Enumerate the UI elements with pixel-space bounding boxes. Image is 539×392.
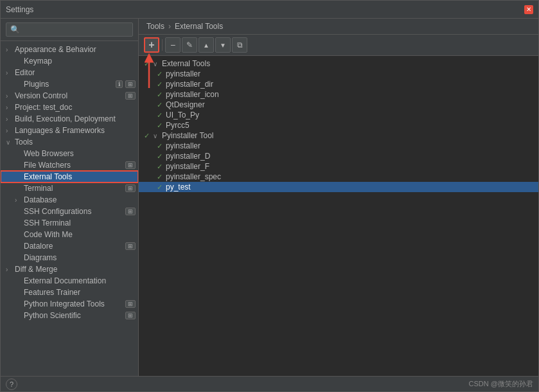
sidebar-item-label: Languages & Frameworks (15, 126, 138, 135)
sidebar-item-tools[interactable]: ∨ Tools (1, 136, 138, 148)
sidebar-item-terminal[interactable]: Terminal ⊞ (1, 183, 138, 194)
sidebar-item-label: Datalore (24, 242, 125, 251)
rtree-item-pyinstaller-dir[interactable]: ✓ pyinstaller_dir (139, 79, 538, 89)
check-icon: ✓ (157, 70, 166, 78)
titlebar: Settings ✕ (1, 1, 538, 19)
sidebar-item-label: Appearance & Behavior (15, 45, 138, 54)
sidebar-item-label: Editor (15, 68, 138, 77)
sidebar-item-vcs[interactable]: › Version Control ⊞ (1, 90, 138, 102)
sidebar-item-features-trainer[interactable]: Features Trainer (1, 287, 138, 298)
sidebar-item-datalore[interactable]: Datalore ⊞ (1, 240, 138, 252)
sidebar-item-ssh-terminal[interactable]: SSH Terminal (1, 217, 138, 229)
sidebar-item-label: Web Browsers (24, 149, 138, 158)
rtree-item-ui-to-py[interactable]: ✓ UI_To_Py (139, 110, 538, 120)
expand-arrow: › (6, 69, 15, 76)
rtree-item-pyinstaller-f[interactable]: ✓ pyinstaller_F (139, 161, 538, 172)
move-down-button[interactable]: ▼ (215, 37, 231, 53)
sidebar-item-file-watchers[interactable]: File Watchers ⊞ (1, 159, 138, 171)
expand-arrow: › (6, 46, 15, 53)
sidebar-item-python-integrated[interactable]: Python Integrated Tools ⊞ (1, 298, 138, 310)
sidebar-item-diff-merge[interactable]: › Diff & Merge (1, 263, 138, 275)
search-input[interactable] (6, 22, 133, 37)
expand-arrow: › (15, 197, 24, 204)
check-icon: ✓ (157, 101, 166, 109)
check-icon: ✓ (157, 183, 166, 192)
sidebar-item-label: Keymap (24, 57, 138, 66)
expand-arrow: › (6, 266, 15, 273)
rtree-item-qtdesigner[interactable]: ✓ QtDesigner (139, 100, 538, 110)
statusbar-left: ? (6, 379, 17, 390)
sidebar-tree: › Appearance & Behavior Keymap › Editor … (1, 41, 138, 376)
sidebar-item-ssh-configurations[interactable]: SSH Configurations ⊞ (1, 206, 138, 217)
datalore-badge: ⊞ (125, 242, 136, 250)
rtree-item-external-tools-group[interactable]: ✓ ∨ External Tools (139, 58, 538, 69)
expand-arrow: ∨ (6, 139, 15, 146)
sidebar-item-diagrams[interactable]: Diagrams (1, 252, 138, 263)
move-up-button[interactable]: ▲ (199, 37, 214, 53)
pit-badge: ⊞ (125, 300, 136, 308)
check-icon: ✓ (157, 91, 166, 99)
terminal-badge: ⊞ (125, 184, 136, 192)
sidebar-item-code-with-me[interactable]: Code With Me (1, 229, 138, 240)
sidebar-item-build[interactable]: › Build, Execution, Deployment (1, 113, 138, 125)
sidebar-item-label: Build, Execution, Deployment (15, 114, 138, 123)
sidebar-item-label: Diff & Merge (15, 265, 138, 274)
rtree-item-pyinstaller-d[interactable]: ✓ pyinstaller_D (139, 151, 538, 161)
check-icon: ✓ (157, 173, 166, 181)
check-icon: ✓ (144, 132, 153, 140)
sidebar: › Appearance & Behavior Keymap › Editor … (1, 19, 139, 376)
sidebar-item-label: Diagrams (24, 253, 138, 262)
check-icon: ✓ (157, 152, 166, 161)
sidebar-item-keymap[interactable]: Keymap (1, 55, 138, 67)
sidebar-item-appearance[interactable]: › Appearance & Behavior (1, 44, 138, 55)
expand-arrow: ∨ (153, 132, 162, 139)
rtree-label: Pyinstaller Tool (162, 131, 213, 140)
sidebar-item-project[interactable]: › Project: test_doc (1, 102, 138, 113)
plugins-badge: ℹ (116, 80, 123, 88)
expand-arrow: › (6, 104, 15, 111)
rtree-item-pyrcc5[interactable]: ✓ Pyrcc5 (139, 120, 538, 130)
sidebar-item-editor[interactable]: › Editor (1, 67, 138, 78)
check-icon: ✓ (144, 60, 153, 68)
sidebar-item-external-docs[interactable]: External Documentation (1, 275, 138, 287)
rtree-label: pyinstaller_icon (166, 90, 219, 99)
rtree-item-pyinstaller-icon[interactable]: ✓ pyinstaller_icon (139, 89, 538, 100)
sidebar-item-label: Features Trainer (24, 288, 138, 297)
sidebar-item-plugins[interactable]: Plugins ℹ ⊞ (1, 78, 138, 90)
toolbar-separator (162, 39, 163, 51)
sidebar-item-database[interactable]: › Database (1, 194, 138, 206)
close-button[interactable]: ✕ (524, 5, 533, 14)
add-tool-button[interactable]: + (144, 37, 159, 53)
sidebar-item-label: Tools (15, 138, 138, 147)
sidebar-item-web-browsers[interactable]: Web Browsers (1, 148, 138, 159)
rtree-item-pyinstaller-spec[interactable]: ✓ pyinstaller_spec (139, 172, 538, 182)
ssh-config-badge: ⊞ (125, 208, 136, 215)
edit-tool-button[interactable]: ✎ (182, 37, 197, 53)
rtree-label: py_test (166, 183, 191, 192)
sidebar-item-label: Python Scientific (24, 311, 125, 320)
help-button[interactable]: ? (6, 379, 17, 390)
sidebar-item-external-tools[interactable]: External Tools (1, 171, 138, 183)
vcs-badge: ⊞ (125, 92, 136, 100)
window-title: Settings (6, 5, 33, 14)
ps-badge: ⊞ (125, 312, 136, 319)
remove-tool-button[interactable]: − (165, 37, 181, 53)
rtree-item-pyinstaller2[interactable]: ✓ pyinstaller (139, 141, 538, 151)
sidebar-item-python-scientific[interactable]: Python Scientific ⊞ (1, 310, 138, 321)
right-tree-view: ✓ ∨ External Tools ✓ pyinstaller ✓ pyins… (139, 56, 538, 376)
check-icon: ✓ (157, 111, 166, 120)
rtree-item-pyinstaller-tool-group[interactable]: ✓ ∨ Pyinstaller Tool (139, 130, 538, 141)
settings-window: Settings ✕ › Appearance & Behavior Keyma… (0, 0, 539, 392)
rtree-item-pyinstaller[interactable]: ✓ pyinstaller (139, 69, 538, 79)
rtree-label: External Tools (162, 59, 210, 68)
rtree-label: UI_To_Py (166, 111, 199, 120)
main-content: › Appearance & Behavior Keymap › Editor … (1, 19, 538, 376)
rtree-item-py-test[interactable]: ✓ py_test (139, 182, 538, 192)
breadcrumb-part2: External Tools (175, 22, 223, 31)
breadcrumb-part1: Tools (146, 22, 164, 31)
sidebar-item-languages[interactable]: › Languages & Frameworks (1, 125, 138, 136)
expand-arrow: ∨ (153, 60, 162, 67)
copy-tool-button[interactable]: ⧉ (232, 37, 247, 53)
rtree-label: Pyrcc5 (166, 121, 190, 130)
rtree-label: QtDesigner (166, 100, 205, 109)
